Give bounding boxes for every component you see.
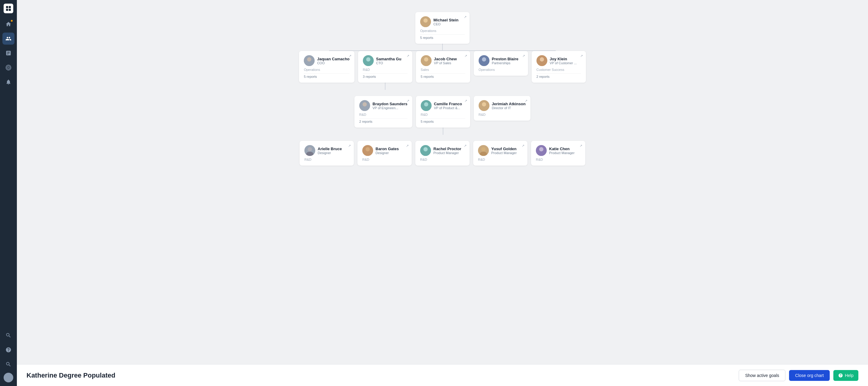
level-1-section: ↗ Jaquan Camacho COO Operations bbox=[299, 51, 586, 90]
node-header: Samantha Gu CTO bbox=[363, 55, 407, 66]
level-2-section: ↗ Braydon Saunders VP of Engineen... bbox=[354, 96, 530, 135]
node-yusuf-golden[interactable]: ↗ Yusuf Golden Product Manager R& bbox=[473, 141, 527, 166]
avatar-rachel bbox=[420, 145, 431, 156]
svg-point-13 bbox=[424, 57, 428, 61]
help-button[interactable]: Help bbox=[833, 370, 858, 381]
node-camille-franco[interactable]: ↗ Camille Franco VP of Product &... bbox=[416, 96, 470, 127]
node-header: Braydon Saunders VP of Engineen... bbox=[359, 100, 407, 111]
footer-title: Katherine Degree Populated bbox=[27, 372, 739, 379]
svg-rect-0 bbox=[6, 6, 8, 8]
show-active-goals-button[interactable]: Show active goals bbox=[739, 370, 785, 381]
external-link-icon[interactable]: ↗ bbox=[580, 144, 582, 148]
node-braydon-saunders[interactable]: ↗ Braydon Saunders VP of Engineen... bbox=[354, 96, 412, 127]
node-role: Partnerships bbox=[492, 61, 523, 65]
node-dept: R&D bbox=[363, 68, 407, 71]
node-info-arielle: Arielle Bruce Designer bbox=[318, 147, 349, 155]
svg-rect-2 bbox=[6, 9, 8, 11]
sidebar-item-home[interactable] bbox=[2, 18, 14, 30]
node-name: Jaquan Camacho bbox=[317, 57, 350, 61]
node-name: Katie Chen bbox=[549, 147, 581, 151]
connector-v-samantha bbox=[385, 83, 385, 90]
node-dept: R&D bbox=[536, 158, 581, 161]
node-dept: Operations bbox=[478, 68, 523, 71]
node-role: COO bbox=[317, 61, 350, 65]
sidebar-item-notifications[interactable] bbox=[2, 76, 14, 88]
node-header: Rachel Proctor Product Manager bbox=[420, 145, 465, 156]
avatar-jacob bbox=[421, 55, 432, 66]
branch-braydon: ↗ Braydon Saunders VP of Engineen... bbox=[354, 96, 412, 135]
branch-rachel: ↗ Rachel Proctor Product Manager bbox=[415, 141, 470, 166]
svg-point-9 bbox=[307, 57, 311, 61]
node-reports: 3 reports bbox=[363, 73, 407, 79]
node-reports: 2 reports bbox=[536, 73, 581, 79]
svg-point-25 bbox=[308, 147, 312, 151]
external-link-icon[interactable]: ↗ bbox=[522, 54, 525, 58]
node-header: Katie Chen Product Manager bbox=[536, 145, 581, 156]
node-dept: R&D bbox=[478, 158, 523, 161]
node-name: Joy Klein bbox=[550, 57, 581, 61]
external-link-icon[interactable]: ↗ bbox=[580, 54, 583, 58]
node-name: Michael Stein bbox=[433, 18, 465, 22]
sidebar-item-people[interactable] bbox=[2, 33, 14, 44]
external-link-icon[interactable]: ↗ bbox=[525, 99, 527, 103]
node-info-samantha: Samantha Gu CTO bbox=[376, 57, 407, 65]
external-link-icon[interactable]: ↗ bbox=[522, 144, 524, 148]
node-name: Preston Blaire bbox=[492, 57, 523, 61]
branch-preston: ↗ Preston Blaire Partnerships Ope bbox=[474, 51, 528, 90]
node-name: Camille Franco bbox=[434, 101, 465, 106]
node-dept: R&D bbox=[362, 158, 407, 161]
external-link-icon[interactable]: ↗ bbox=[349, 54, 351, 58]
node-role: VP of Engineen... bbox=[373, 106, 407, 110]
node-jerimiah-atkinson[interactable]: ↗ Jerimiah Atkinson Director of IT bbox=[474, 96, 530, 121]
node-samantha-gu[interactable]: ↗ Samantha Gu CTO R&D bbox=[358, 51, 412, 83]
node-joy-klein[interactable]: ↗ Joy Klein VP of Customer ... Cu bbox=[532, 51, 586, 83]
external-link-icon[interactable]: ↗ bbox=[406, 144, 409, 148]
node-reports: 5 reports bbox=[420, 34, 465, 39]
avatar-camille bbox=[421, 100, 432, 111]
node-jacob-chew[interactable]: ↗ Jacob Chew VP of Sales Sales bbox=[416, 51, 470, 83]
sidebar-item-help[interactable] bbox=[2, 344, 14, 356]
svg-point-29 bbox=[424, 147, 428, 151]
external-link-icon[interactable]: ↗ bbox=[407, 54, 409, 58]
close-org-chart-button[interactable]: Close org chart bbox=[789, 370, 830, 381]
external-link-icon[interactable]: ↗ bbox=[464, 54, 467, 58]
node-arielle-bruce[interactable]: ↗ Arielle Bruce Designer R&D bbox=[300, 141, 354, 166]
node-rachel-proctor[interactable]: ↗ Rachel Proctor Product Manager bbox=[415, 141, 470, 166]
node-katie-chen[interactable]: ↗ Katie Chen Product Manager R&D bbox=[531, 141, 585, 166]
external-link-icon[interactable]: ↗ bbox=[348, 144, 351, 148]
user-avatar[interactable] bbox=[4, 373, 13, 382]
external-link-icon[interactable]: ↗ bbox=[464, 99, 467, 103]
avatar-yusuf bbox=[478, 145, 489, 156]
branch-katie: ↗ Katie Chen Product Manager R&D bbox=[531, 141, 585, 166]
logo[interactable] bbox=[4, 4, 13, 13]
svg-point-7 bbox=[424, 19, 428, 23]
org-chart-area[interactable]: ↗ Michael Stein CEO Operations 5 reports bbox=[17, 0, 868, 364]
external-link-icon[interactable]: ↗ bbox=[464, 144, 467, 148]
node-michael-stein[interactable]: ↗ Michael Stein CEO Operations 5 reports bbox=[415, 12, 470, 44]
svg-point-23 bbox=[482, 102, 486, 107]
connector-v-camille bbox=[443, 127, 443, 135]
node-header: Yusuf Golden Product Manager bbox=[478, 145, 523, 156]
home-notification-dot bbox=[11, 20, 13, 22]
node-name: Rachel Proctor bbox=[433, 147, 465, 151]
node-jaquan-camacho[interactable]: ↗ Jaquan Camacho COO Operations bbox=[299, 51, 354, 83]
level-0-wrapper: ↗ Michael Stein CEO Operations 5 reports bbox=[415, 12, 470, 51]
avatar-samantha bbox=[363, 55, 374, 66]
branch-camille: ↗ Camille Franco VP of Product &... bbox=[416, 96, 470, 135]
node-preston-blaire[interactable]: ↗ Preston Blaire Partnerships Ope bbox=[474, 51, 528, 76]
external-link-icon[interactable]: ↗ bbox=[464, 15, 467, 19]
external-link-icon[interactable]: ↗ bbox=[407, 99, 409, 103]
node-baron-gates[interactable]: ↗ Baron Gates Designer R&D bbox=[358, 141, 412, 166]
sidebar-item-search[interactable] bbox=[2, 329, 14, 342]
sidebar-item-charts[interactable] bbox=[2, 47, 14, 59]
svg-point-32 bbox=[480, 152, 487, 156]
svg-point-30 bbox=[422, 152, 429, 156]
level-1-row: ↗ Jaquan Camacho COO Operations bbox=[299, 51, 586, 90]
node-role: Designer bbox=[375, 151, 407, 155]
node-info-katie: Katie Chen Product Manager bbox=[549, 147, 581, 155]
node-header: Joy Klein VP of Customer ... bbox=[536, 55, 581, 66]
node-reports: 5 reports bbox=[304, 73, 350, 79]
sidebar-item-search2[interactable] bbox=[2, 358, 14, 370]
svg-point-28 bbox=[364, 152, 371, 156]
sidebar-item-targets[interactable] bbox=[2, 61, 14, 73]
